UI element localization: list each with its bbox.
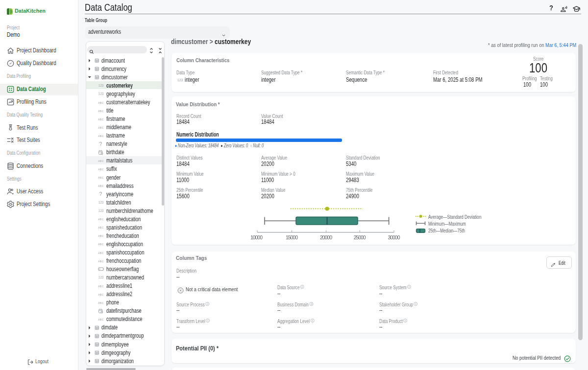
- svg-text:15000: 15000: [286, 234, 298, 240]
- svg-text:25000: 25000: [354, 234, 366, 240]
- svg-text:20000: 20000: [320, 234, 332, 240]
- svg-text:30000: 30000: [388, 234, 400, 240]
- svg-text:10000: 10000: [250, 234, 263, 240]
